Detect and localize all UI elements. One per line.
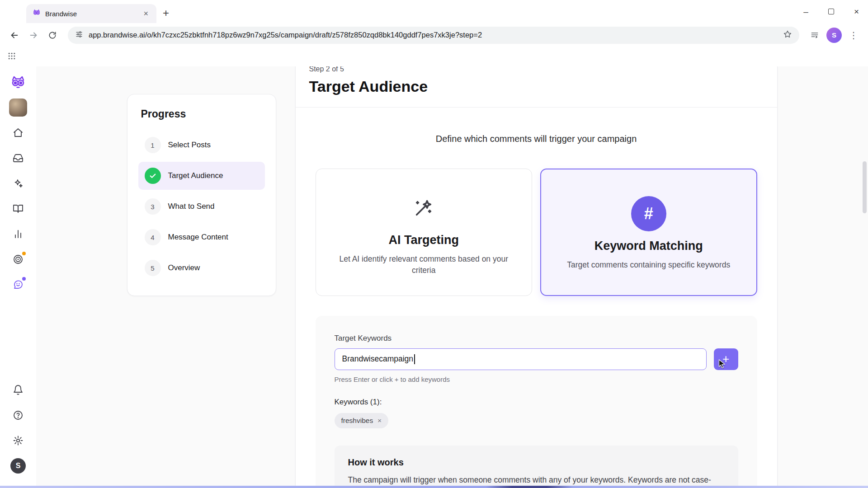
step-number: 5 — [145, 260, 161, 276]
tab-strip: Brandwise × + – × — [0, 0, 868, 23]
browser-menu-icon[interactable]: ⋮ — [846, 30, 861, 41]
step-label: Overview — [168, 263, 200, 272]
option-title: AI Targeting — [388, 233, 459, 247]
how-it-works-title: How it works — [348, 457, 725, 468]
step-number: 4 — [145, 229, 161, 245]
option-title: Keyword Matching — [594, 239, 703, 253]
sidebar-item-ai[interactable] — [8, 173, 28, 194]
new-tab-button[interactable]: + — [163, 7, 169, 19]
step-number: 3 — [145, 198, 161, 215]
option-keyword-matching[interactable]: # Keyword Matching Target comments conta… — [540, 169, 757, 296]
step-subtitle: Define which comments will trigger your … — [316, 134, 757, 144]
hash-icon: # — [631, 196, 666, 231]
page-scrollbar[interactable] — [863, 161, 867, 213]
bottom-accent-bar — [0, 486, 868, 488]
magic-wand-icon — [413, 188, 434, 228]
targeting-notification-dot — [22, 252, 26, 255]
progress-step-target-audience[interactable]: Target Audience — [138, 162, 265, 190]
step-label: Message Content — [168, 233, 228, 242]
how-it-works-box: How it works The campaign will trigger w… — [335, 446, 738, 488]
step-label: What to Send — [168, 202, 215, 211]
bookmark-star-icon[interactable] — [783, 30, 792, 41]
step-number: 1 — [145, 137, 161, 153]
option-ai-targeting[interactable]: AI Targeting Let AI identify relevant co… — [316, 169, 533, 296]
step-indicator: Step 2 of 5 — [309, 66, 764, 73]
step-check-icon — [145, 168, 161, 184]
secondary-bar — [0, 47, 868, 66]
address-bar[interactable]: app.brandwise.ai/o/kh7czxc25zbktfnh718pz… — [68, 27, 799, 44]
progress-step-overview[interactable]: 5 Overview — [138, 254, 265, 282]
progress-panel: Progress 1 Select Posts Target Audience … — [127, 94, 276, 296]
browser-tab[interactable]: Brandwise × — [26, 4, 156, 23]
option-description: Target comments containing specific keyw… — [567, 259, 730, 271]
progress-step-what-to-send[interactable]: 3 What to Send — [138, 192, 265, 221]
keywords-panel: Target Keywords Brandwisecampaign + Pres… — [316, 316, 757, 488]
page-content: Progress 1 Select Posts Target Audience … — [36, 66, 868, 488]
apps-grid-icon[interactable] — [7, 52, 16, 62]
step-header: Step 2 of 5 Target Audience — [296, 66, 777, 108]
browser-profile-avatar[interactable]: S — [826, 28, 842, 43]
window-maximize-button[interactable] — [828, 9, 834, 14]
sidebar-item-home[interactable] — [8, 122, 28, 143]
keywords-label: Target Keywords — [335, 334, 738, 343]
engagement-notification-dot — [22, 277, 26, 281]
window-minimize-button[interactable]: – — [803, 7, 808, 16]
remove-keyword-icon[interactable]: × — [377, 417, 382, 424]
add-keyword-button[interactable]: + — [714, 348, 738, 370]
sidebar-item-notifications[interactable] — [8, 380, 28, 400]
progress-step-message-content[interactable]: 4 Message Content — [138, 223, 265, 251]
progress-title: Progress — [138, 108, 265, 120]
keyword-chip-label: freshvibes — [341, 417, 373, 425]
sidebar-item-library[interactable] — [8, 198, 28, 219]
step-label: Target Audience — [168, 171, 223, 180]
sidebar-item-help[interactable] — [8, 405, 28, 426]
favicon-owl-icon — [33, 9, 41, 19]
refresh-button[interactable] — [45, 28, 60, 42]
window-close-button[interactable]: × — [854, 7, 859, 16]
keywords-count-label: Keywords (1): — [335, 398, 738, 407]
keyword-input[interactable]: Brandwisecampaign — [335, 348, 707, 370]
keyword-chips: freshvibes × — [335, 413, 738, 428]
media-list-icon[interactable] — [807, 28, 822, 42]
app-window: S Progress 1 Select Posts Target Audienc… — [0, 66, 868, 488]
forward-button[interactable] — [26, 28, 41, 42]
keywords-hint: Press Enter or click + to add keywords — [335, 375, 738, 383]
sidebar-item-inbox[interactable] — [8, 148, 28, 169]
targeting-options: AI Targeting Let AI identify relevant co… — [316, 169, 757, 296]
tab-title: Brandwise — [45, 10, 137, 18]
sidebar-item-targeting[interactable] — [8, 249, 28, 270]
workspace-avatar[interactable] — [8, 97, 28, 118]
campaign-step-panel: Step 2 of 5 Target Audience Define which… — [295, 66, 778, 488]
keyword-chip[interactable]: freshvibes × — [335, 413, 388, 428]
browser-toolbar: app.brandwise.ai/o/kh7czxc25zbktfnh718pz… — [0, 23, 868, 47]
user-avatar-letter: S — [10, 458, 26, 474]
workspace-avatar-image — [9, 99, 27, 117]
app-sidebar: S — [0, 66, 36, 488]
sidebar-item-analytics[interactable] — [8, 224, 28, 244]
brandwise-logo-icon[interactable] — [8, 72, 28, 93]
keyword-input-row: Brandwisecampaign + — [335, 348, 738, 370]
sidebar-item-settings[interactable] — [8, 430, 28, 451]
step-body: Define which comments will trigger your … — [296, 134, 777, 488]
user-avatar[interactable]: S — [8, 455, 28, 476]
text-caret — [414, 354, 415, 364]
site-settings-icon[interactable] — [75, 30, 83, 40]
page-title: Target Audience — [309, 78, 764, 107]
back-button[interactable] — [7, 28, 22, 42]
keyword-input-value: Brandwisecampaign — [342, 354, 414, 364]
option-description: Let AI identify relevant comments based … — [331, 253, 517, 277]
step-label: Select Posts — [168, 141, 211, 150]
progress-step-select-posts[interactable]: 1 Select Posts — [138, 131, 265, 159]
sidebar-item-engagement[interactable] — [8, 274, 28, 295]
url-text[interactable]: app.brandwise.ai/o/kh7czxc25zbktfnh718pz… — [89, 31, 778, 39]
tab-close-icon[interactable]: × — [142, 9, 150, 19]
window-controls: – × — [803, 0, 859, 23]
